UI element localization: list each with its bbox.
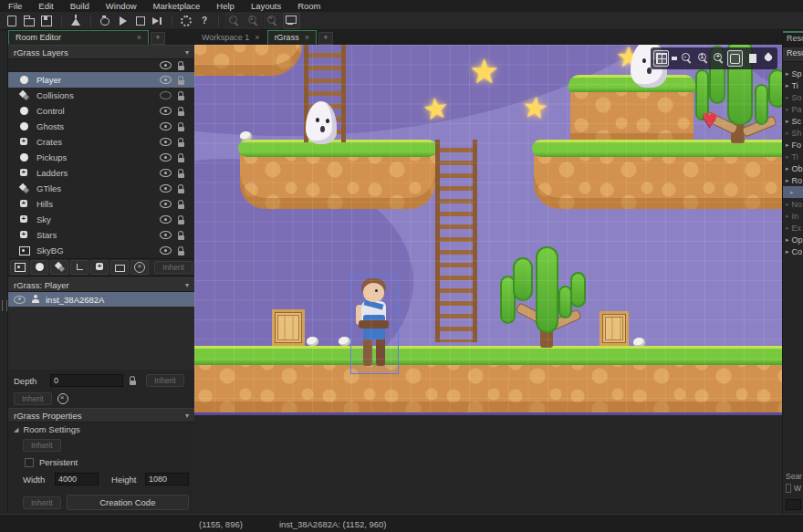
- lock-icon[interactable]: [177, 184, 185, 193]
- target-manager-button[interactable]: [283, 13, 300, 29]
- resource-tree-item[interactable]: ▸ Sh: [783, 127, 803, 139]
- egg-pickup[interactable]: [307, 337, 318, 346]
- crate-instance[interactable]: [272, 309, 305, 346]
- resource-tree-item[interactable]: ▸ Op: [783, 234, 803, 245]
- menu-item[interactable]: Window: [98, 0, 145, 12]
- step-button[interactable]: [150, 14, 165, 28]
- height-input[interactable]: [145, 473, 189, 485]
- room-area[interactable]: ★ ★ ★ ★: [194, 45, 782, 412]
- eye-icon[interactable]: [160, 231, 172, 239]
- zoom-in-button[interactable]: +: [264, 13, 281, 29]
- eye-icon[interactable]: [160, 184, 172, 193]
- resource-tree-item[interactable]: ▸ Fo: [783, 139, 803, 151]
- run-button[interactable]: [115, 14, 130, 28]
- settings-inherit-button[interactable]: Inherit: [23, 439, 61, 452]
- whole-word-checkbox[interactable]: [786, 484, 791, 493]
- lock-icon[interactable]: [177, 122, 185, 131]
- open-button[interactable]: [22, 14, 37, 28]
- lock-icon[interactable]: [177, 91, 185, 100]
- zoom-out-button[interactable]: -: [225, 13, 243, 29]
- resource-tree-item[interactable]: ▸ So: [783, 91, 803, 103]
- help-button[interactable]: [196, 14, 212, 28]
- eye-icon[interactable]: [160, 138, 172, 146]
- splitter-grip[interactable]: [2, 300, 7, 311]
- resource-tree-item[interactable]: ▸ Sp: [783, 68, 803, 79]
- lock-icon[interactable]: [177, 169, 185, 178]
- lock-icon[interactable]: [177, 215, 185, 224]
- layers-header[interactable]: rGrass Layers ▾: [8, 45, 194, 59]
- lock-icon[interactable]: [177, 153, 185, 162]
- instance-row[interactable]: inst_38A2682A: [8, 292, 194, 307]
- lock-icon[interactable]: [177, 138, 185, 147]
- crate-instance[interactable]: [600, 311, 629, 346]
- layer-row[interactable]: Crates: [8, 134, 194, 150]
- layers-inherit-button[interactable]: Inherit: [154, 261, 193, 274]
- persistent-checkbox[interactable]: [25, 458, 34, 467]
- lock-icon[interactable]: [177, 246, 185, 256]
- canvas-zoom-reset-button[interactable]: 1: [695, 51, 709, 66]
- save-button[interactable]: [39, 14, 55, 28]
- resource-tree-item[interactable]: ▸ Ro: [783, 174, 803, 186]
- star-pickup[interactable]: ★: [520, 89, 550, 127]
- eye-icon[interactable]: [160, 215, 172, 224]
- menu-item[interactable]: Help: [208, 0, 243, 12]
- eye-icon[interactable]: [14, 296, 26, 304]
- resource-tree-item[interactable]: ▸ In: [783, 210, 803, 222]
- menu-item[interactable]: Build: [62, 0, 98, 12]
- layer-row[interactable]: Collisions: [8, 88, 194, 103]
- visibility-all-icon[interactable]: [160, 61, 172, 69]
- eye-icon[interactable]: [160, 246, 172, 255]
- resource-tree-item[interactable]: ▸ Ti: [783, 79, 803, 91]
- lock-icon[interactable]: [177, 107, 185, 116]
- canvas-zoom-out-button[interactable]: -: [679, 51, 693, 66]
- resource-tree-item[interactable]: ▸ No: [783, 198, 803, 210]
- close-icon[interactable]: ×: [137, 33, 141, 42]
- resource-tree-item[interactable]: ▸: [783, 186, 803, 198]
- heart-pickup[interactable]: ♥: [702, 104, 717, 134]
- creation-inherit-button[interactable]: Inherit: [23, 496, 61, 509]
- lock-all-icon[interactable]: [177, 61, 185, 70]
- layer-row[interactable]: SkyBG: [8, 243, 194, 258]
- layer-row[interactable]: Hills: [8, 196, 194, 212]
- canvas-play-button[interactable]: [745, 51, 758, 66]
- layer-row[interactable]: Stars: [8, 227, 194, 243]
- room-settings-toggle[interactable]: ◢ Room Settings: [8, 422, 194, 436]
- menu-item[interactable]: Layouts: [243, 0, 289, 12]
- add-asset-layer-button[interactable]: [90, 260, 109, 275]
- close-icon[interactable]: ×: [255, 33, 259, 42]
- eye-icon[interactable]: [160, 76, 172, 84]
- create-executable-button[interactable]: [68, 14, 84, 28]
- resource-tree-item[interactable]: ▸ Co: [783, 245, 803, 257]
- star-pickup[interactable]: ★: [420, 89, 451, 128]
- layer-row[interactable]: Sky: [8, 212, 194, 227]
- menu-item[interactable]: Marketplace: [145, 0, 209, 12]
- grid-toggle-button[interactable]: [653, 50, 669, 67]
- menu-item[interactable]: File: [0, 0, 30, 12]
- inherit-button[interactable]: Inherit: [14, 392, 52, 405]
- close-icon[interactable]: ×: [305, 33, 309, 42]
- resource-tree-item[interactable]: ▸ Pa: [783, 103, 803, 115]
- eye-icon[interactable]: [160, 169, 172, 177]
- debug-button[interactable]: [98, 14, 113, 28]
- width-input[interactable]: [55, 473, 99, 485]
- add-background-layer-button[interactable]: [10, 260, 28, 275]
- lock-icon[interactable]: [177, 76, 185, 85]
- properties-header[interactable]: rGrass Properties ▾: [8, 408, 194, 422]
- lock-icon[interactable]: [129, 376, 137, 385]
- resource-tree-item[interactable]: ▸ Sc: [783, 115, 803, 127]
- egg-pickup[interactable]: [633, 338, 645, 347]
- paint-mode-button[interactable]: [761, 51, 775, 66]
- layer-row[interactable]: Pickups: [8, 150, 194, 165]
- star-pickup[interactable]: ★: [469, 52, 499, 91]
- eye-icon[interactable]: [160, 153, 172, 162]
- room-region-button[interactable]: [727, 50, 743, 67]
- new-file-button[interactable]: [5, 14, 20, 28]
- depth-inherit-button[interactable]: Inherit: [146, 374, 184, 387]
- menu-item[interactable]: Room: [289, 0, 328, 12]
- stop-button[interactable]: [132, 14, 148, 28]
- add-instance-layer-button[interactable]: [30, 260, 48, 275]
- menu-item[interactable]: Edit: [30, 0, 61, 12]
- resource-tree-item[interactable]: ▸ Ob: [783, 162, 803, 174]
- layer-row[interactable]: Ghosts: [8, 119, 194, 134]
- egg-pickup[interactable]: [240, 131, 252, 141]
